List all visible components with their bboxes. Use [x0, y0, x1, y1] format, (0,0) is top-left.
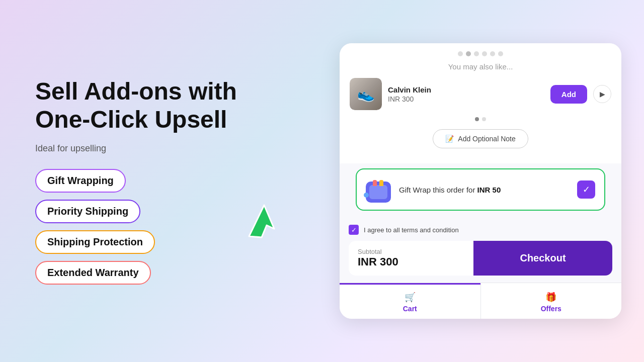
nav-offers[interactable]: 🎁 Offers — [480, 283, 622, 319]
tag-priority-shipping: Priority Shipping — [35, 200, 140, 223]
dot — [498, 51, 503, 56]
cursor-arrow-icon — [247, 201, 282, 241]
product-name: Calvin Klein — [388, 85, 544, 94]
dot — [490, 51, 495, 56]
tag-list: Gift Wrapping Priority Shipping Shipping… — [35, 169, 252, 285]
subtitle: Ideal for upselling — [35, 143, 252, 154]
also-like-title: You may also like... — [350, 62, 611, 71]
agree-checkbox[interactable]: ✓ — [349, 225, 359, 235]
dot — [474, 51, 479, 56]
bottom-nav: 🛒 Cart 🎁 Offers — [340, 283, 621, 319]
optional-note-button[interactable]: 📝 Add Optional Note — [433, 129, 528, 148]
gift-wrap-checkbox[interactable]: ✓ — [577, 180, 595, 199]
note-icon: 📝 — [445, 135, 454, 143]
product-info: Calvin Klein INR 300 — [388, 85, 544, 103]
offers-icon: 🎁 — [545, 292, 556, 303]
dot2 — [475, 117, 479, 121]
cart-icon: 🛒 — [405, 292, 416, 303]
agree-text: I agree to all terms and condition — [364, 226, 459, 234]
card-top: You may also like... 👟 Calvin Klein INR … — [340, 43, 621, 163]
next-product-button[interactable]: ▶ — [593, 85, 611, 103]
right-panel: You may also like... 👟 Calvin Klein INR … — [332, 0, 629, 362]
gift-wrap-card[interactable]: Gift Wrap this order for INR 50 ✓ — [356, 168, 605, 211]
product-image: 👟 — [350, 78, 382, 110]
checkout-button[interactable]: Checkout — [473, 241, 612, 276]
agree-row: ✓ I agree to all terms and condition — [349, 222, 612, 241]
carousel-dots-bottom — [350, 117, 611, 121]
tag-gift-wrapping: Gift Wrapping — [35, 169, 126, 193]
add-product-button[interactable]: Add — [550, 85, 587, 104]
product-image-inner: 👟 — [350, 78, 382, 110]
offers-label: Offers — [541, 305, 561, 313]
subtotal-amount: INR 300 — [358, 255, 464, 268]
left-panel: Sell Add-ons with One-Click Upsell Ideal… — [0, 0, 287, 362]
dot — [482, 51, 487, 56]
gift-wrap-text: Gift Wrap this order for INR 50 — [399, 186, 570, 194]
gift-wrap-icon — [366, 176, 392, 203]
dot — [458, 51, 463, 56]
svg-marker-0 — [249, 205, 274, 237]
subtotal-box: Subtotal INR 300 — [349, 241, 473, 276]
phone-card: You may also like... 👟 Calvin Klein INR … — [340, 43, 621, 319]
tag-shipping-protection: Shipping Protection — [35, 230, 155, 254]
tag-extended-warranty: Extended Warranty — [35, 261, 151, 285]
headline: Sell Add-ons with One-Click Upsell — [35, 77, 252, 133]
gift-wrap-price: INR 50 — [477, 186, 501, 194]
dot-active — [466, 51, 471, 56]
product-price: INR 300 — [388, 95, 544, 103]
product-row: 👟 Calvin Klein INR 300 Add ▶ — [350, 78, 611, 110]
card-bottom: ✓ I agree to all terms and condition Sub… — [340, 215, 621, 276]
checkout-row: Subtotal INR 300 Checkout — [349, 241, 612, 276]
subtotal-label: Subtotal — [358, 248, 464, 255]
shoe-icon: 👟 — [357, 86, 375, 103]
carousel-dots-top — [350, 51, 611, 56]
cart-label: Cart — [403, 305, 417, 313]
nav-cart[interactable]: 🛒 Cart — [340, 283, 480, 319]
dot2 — [482, 117, 486, 121]
